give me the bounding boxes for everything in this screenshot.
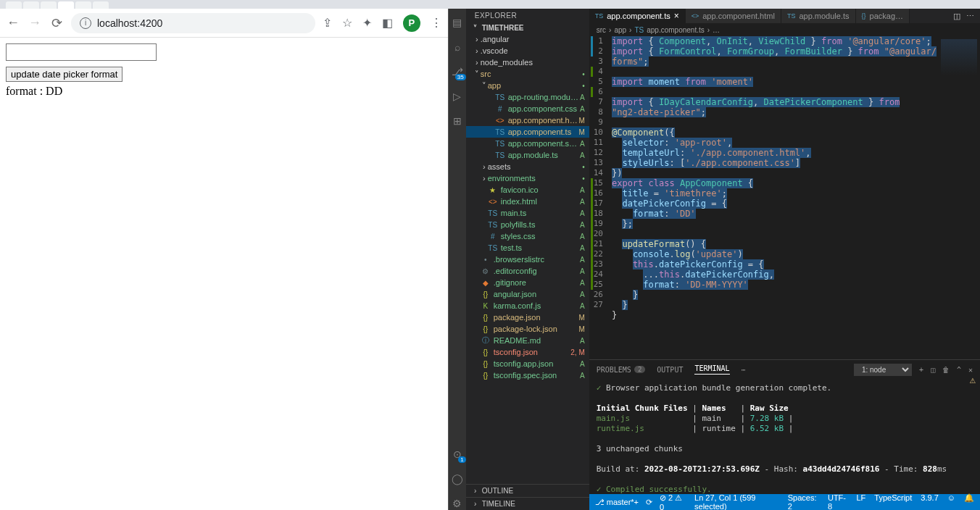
- browser-tab[interactable]: [75, 1, 91, 9]
- encoding-status[interactable]: UTF-8: [828, 493, 848, 510]
- browser-tab[interactable]: [23, 1, 39, 9]
- extensions-icon[interactable]: ✦: [362, 16, 372, 30]
- explorer-title: EXPLORER: [466, 9, 589, 22]
- file-tree-item[interactable]: {}package-lock.jsonM: [466, 323, 589, 335]
- file-tree-item[interactable]: TStest.tsA: [466, 242, 589, 254]
- file-tree-item[interactable]: ˅app•: [466, 80, 589, 91]
- new-terminal-icon[interactable]: +: [919, 366, 923, 374]
- file-tree-item[interactable]: TSapp.module.tsA: [466, 149, 589, 161]
- editor-tab[interactable]: <>app.component.html: [686, 9, 781, 23]
- eol-status[interactable]: LF: [856, 493, 865, 510]
- file-tree-item[interactable]: {}tsconfig.spec.jsonA: [466, 369, 589, 381]
- problems-tab[interactable]: PROBLEMS2: [597, 366, 646, 374]
- file-tree-item[interactable]: {}tsconfig.json2, M: [466, 346, 589, 358]
- language-status[interactable]: TypeScript: [874, 493, 912, 510]
- close-panel-icon[interactable]: ✕: [968, 366, 973, 374]
- terminal-output[interactable]: ✓ Browser application bundle generation …: [589, 379, 980, 494]
- file-tree-item[interactable]: ›node_modules: [466, 57, 589, 68]
- file-tree-item[interactable]: ›.vscode: [466, 45, 589, 57]
- problems-status[interactable]: ⊘ 2 ⚠ 0: [660, 493, 687, 511]
- file-tree-item[interactable]: ★favicon.icoA: [466, 184, 589, 196]
- search-icon[interactable]: ⌕: [451, 41, 464, 54]
- editor-tab[interactable]: TSapp.module.ts: [781, 9, 856, 23]
- file-tree-item[interactable]: {}package.jsonM: [466, 312, 589, 323]
- indent-status[interactable]: Spaces: 2: [788, 493, 819, 510]
- run-icon[interactable]: ⊙1: [451, 448, 464, 461]
- outline-section[interactable]: ›OUTLINE: [466, 484, 589, 497]
- status-bar: ⎇ master*+ ⟳ ⊘ 2 ⚠ 0 Ln 27, Col 1 (599 s…: [589, 494, 980, 510]
- file-tree-item[interactable]: <>index.htmlA: [466, 196, 589, 207]
- breadcrumb[interactable]: src ›app ›TS app.component.ts ›…: [589, 23, 980, 36]
- file-tree-item[interactable]: ◆.gitignoreA: [466, 277, 589, 288]
- file-tree-item[interactable]: #app.component.cssA: [466, 103, 589, 114]
- file-tree-item[interactable]: ›.angular: [466, 33, 589, 45]
- accounts-icon[interactable]: ◯: [451, 472, 464, 485]
- chrome-browser: ← → ⟳ i localhost:4200 ⇪ ☆ ✦ ◧ P ⋮ updat…: [0, 9, 449, 510]
- file-tree-item[interactable]: Kkarma.conf.jsA: [466, 300, 589, 312]
- profile-avatar[interactable]: P: [403, 14, 420, 32]
- code-content[interactable]: import { Component, OnInit, ViewChild } …: [612, 36, 937, 359]
- browser-tab[interactable]: [41, 1, 57, 9]
- split-editor-icon[interactable]: ◫: [953, 12, 960, 21]
- site-info-icon[interactable]: i: [80, 17, 91, 29]
- debug-icon[interactable]: ▷: [451, 90, 464, 103]
- file-tree-item[interactable]: ˅src•: [466, 68, 589, 80]
- terminal-selector[interactable]: 1: node: [854, 364, 912, 376]
- notifications-icon[interactable]: 🔔: [964, 493, 974, 510]
- warning-icon[interactable]: ⚠: [970, 374, 976, 385]
- editor-tab[interactable]: {}packag…: [856, 9, 910, 23]
- cursor-position[interactable]: Ln 27, Col 1 (599 selected): [694, 493, 779, 510]
- bookmark-icon[interactable]: ☆: [342, 16, 352, 30]
- more-actions-icon[interactable]: ⋯: [966, 12, 974, 21]
- file-tree-item[interactable]: <>app.component.htmlM: [466, 114, 589, 126]
- minimap[interactable]: [937, 36, 980, 359]
- terminal-tab[interactable]: TERMINAL: [694, 364, 729, 375]
- file-tree-item[interactable]: ⚙.editorconfigA: [466, 265, 589, 277]
- file-tree-item[interactable]: ⓘREADME.mdA: [466, 335, 589, 346]
- editor-tab[interactable]: TSapp.component.ts×: [589, 9, 686, 23]
- extensions-icon[interactable]: ⊞: [451, 114, 464, 128]
- file-tree-item[interactable]: #styles.cssA: [466, 230, 589, 242]
- explorer-icon[interactable]: ▤: [451, 16, 464, 29]
- code-editor[interactable]: 1234567891011121314151617181920212223242…: [589, 36, 980, 359]
- browser-tab-active[interactable]: [58, 1, 74, 9]
- sync-button[interactable]: ⟳: [646, 498, 652, 507]
- sidepanel-icon[interactable]: ◧: [382, 16, 393, 30]
- timeline-section[interactable]: ›TIMELINE: [466, 497, 589, 510]
- file-tree-item[interactable]: TSapp.component.tsM: [466, 126, 589, 138]
- file-tree-item[interactable]: {}angular.jsonA: [466, 288, 589, 300]
- address-bar[interactable]: i localhost:4200: [71, 13, 315, 33]
- file-tree-item[interactable]: ›assets•: [466, 161, 589, 172]
- settings-icon[interactable]: ⚙: [451, 497, 464, 510]
- maximize-icon[interactable]: ^: [957, 366, 961, 374]
- file-tree-item[interactable]: TSapp-routing.module.tsA: [466, 91, 589, 103]
- file-tree-item[interactable]: ›environments•: [466, 172, 589, 184]
- file-tree-item[interactable]: •.browserslistrcA: [466, 254, 589, 265]
- back-button[interactable]: ←: [6, 16, 20, 30]
- kill-terminal-icon[interactable]: 🗑: [942, 366, 950, 374]
- project-header[interactable]: ˅TIMETHREE: [466, 22, 589, 33]
- ts-version[interactable]: 3.9.7: [921, 493, 938, 510]
- menu-icon[interactable]: ⋮: [431, 16, 442, 30]
- file-tree-item[interactable]: TSpolyfills.tsA: [466, 219, 589, 230]
- reload-button[interactable]: ⟳: [49, 16, 64, 30]
- update-format-button[interactable]: update date picker format: [6, 67, 122, 82]
- date-picker-input[interactable]: [6, 43, 157, 61]
- scm-icon[interactable]: ⎇35: [451, 65, 464, 78]
- file-tree-item[interactable]: TSapp.component.spec.tsA: [466, 138, 589, 149]
- browser-tab[interactable]: [93, 1, 109, 9]
- format-display: format : DD: [6, 85, 442, 98]
- forward-button[interactable]: →: [28, 16, 42, 30]
- more-icon[interactable]: ⋯: [742, 366, 746, 374]
- file-tree-item[interactable]: {}tsconfig.app.jsonA: [466, 358, 589, 369]
- explorer-sidebar: EXPLORER ˅TIMETHREE ›.angular›.vscode›no…: [466, 9, 589, 510]
- output-tab[interactable]: OUTPUT: [657, 366, 683, 374]
- split-terminal-icon[interactable]: ◫: [931, 366, 935, 374]
- git-branch[interactable]: ⎇ master*+: [595, 498, 639, 507]
- browser-tab[interactable]: [6, 1, 22, 9]
- browser-tab-strip: [0, 0, 980, 9]
- share-icon[interactable]: ⇪: [323, 16, 332, 30]
- activity-bar: ▤ ⌕ ⎇35 ▷ ⊞ ⊙1 ◯ ⚙: [449, 9, 466, 510]
- feedback-icon[interactable]: ☺: [947, 493, 955, 510]
- file-tree-item[interactable]: TSmain.tsA: [466, 207, 589, 219]
